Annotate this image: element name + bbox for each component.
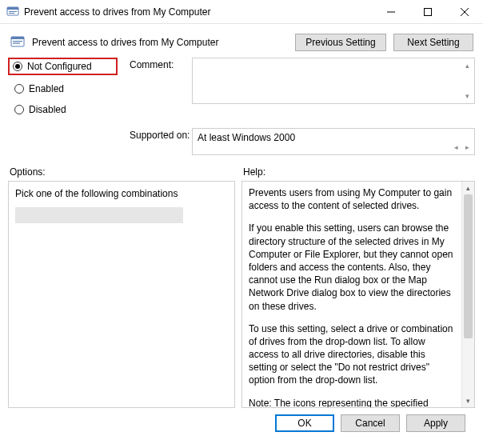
help-paragraph: Prevents users from using My Computer to… (249, 186, 455, 212)
options-section-label: Options: (10, 166, 243, 178)
help-paragraph: Note: The icons representing the specifi… (249, 397, 455, 407)
radio-icon (13, 62, 22, 71)
svg-rect-5 (425, 8, 432, 15)
chevron-right-icon[interactable]: ▸ (461, 142, 473, 153)
next-setting-button[interactable]: Next Setting (393, 34, 473, 51)
maximize-button[interactable] (409, 0, 446, 24)
page-title: Prevent access to drives from My Compute… (32, 37, 218, 48)
svg-rect-3 (9, 13, 14, 14)
chevron-up-icon[interactable]: ▴ (461, 60, 473, 71)
svg-rect-2 (9, 11, 17, 12)
app-icon (6, 6, 19, 18)
cancel-button[interactable]: Cancel (341, 414, 400, 432)
chevron-down-icon[interactable]: ▾ (462, 394, 474, 407)
help-section-label: Help: (243, 166, 265, 178)
header-row: Prevent access to drives from My Compute… (8, 30, 475, 58)
scrollbar-track[interactable] (462, 194, 474, 394)
scrollbar-thumb[interactable] (464, 194, 473, 338)
comment-label: Comment: (130, 58, 192, 70)
help-scrollbar[interactable]: ▴ ▾ (461, 182, 474, 407)
help-text: Prevents users from using My Computer to… (242, 182, 461, 407)
drives-combobox[interactable] (15, 207, 183, 223)
chevron-left-icon[interactable]: ◂ (450, 142, 461, 153)
window-title: Prevent access to drives from My Compute… (24, 6, 373, 18)
chevron-up-icon[interactable]: ▴ (462, 182, 474, 194)
help-paragraph: If you enable this setting, users can br… (249, 222, 455, 312)
radio-disabled[interactable]: Disabled (10, 101, 130, 118)
svg-rect-9 (11, 37, 24, 39)
radio-enabled[interactable]: Enabled (10, 80, 130, 98)
minimize-button[interactable] (373, 0, 409, 24)
radio-icon (14, 84, 24, 94)
radio-icon (14, 105, 24, 114)
radio-not-configured[interactable]: Not Configured (8, 58, 118, 75)
radio-label-disabled: Disabled (29, 104, 66, 115)
dialog-footer: OK Cancel Apply (8, 408, 475, 432)
help-panel: Prevents users from using My Computer to… (242, 181, 475, 408)
svg-rect-1 (7, 7, 18, 10)
supported-on-box: At least Windows 2000 ◂ ▸ (192, 128, 475, 155)
radio-label-not-configured: Not Configured (27, 61, 92, 72)
close-button[interactable] (446, 0, 483, 24)
apply-button[interactable]: Apply (406, 414, 465, 432)
radio-label-enabled: Enabled (29, 83, 64, 94)
previous-setting-button[interactable]: Previous Setting (295, 34, 385, 51)
svg-rect-10 (13, 41, 22, 42)
comment-textarea[interactable]: ▴ ▾ (192, 58, 475, 104)
options-panel: Pick one of the following combinations (8, 181, 235, 408)
supported-on-label: Supported on: (130, 128, 192, 141)
svg-rect-11 (13, 43, 20, 44)
policy-icon (10, 34, 26, 50)
chevron-down-icon[interactable]: ▾ (461, 90, 473, 102)
options-prompt: Pick one of the following combinations (15, 188, 228, 199)
help-paragraph: To use this setting, select a drive or c… (249, 322, 455, 387)
supported-on-value: At least Windows 2000 (198, 132, 295, 143)
titlebar[interactable]: Prevent access to drives from My Compute… (0, 0, 483, 24)
ok-button[interactable]: OK (275, 414, 334, 432)
